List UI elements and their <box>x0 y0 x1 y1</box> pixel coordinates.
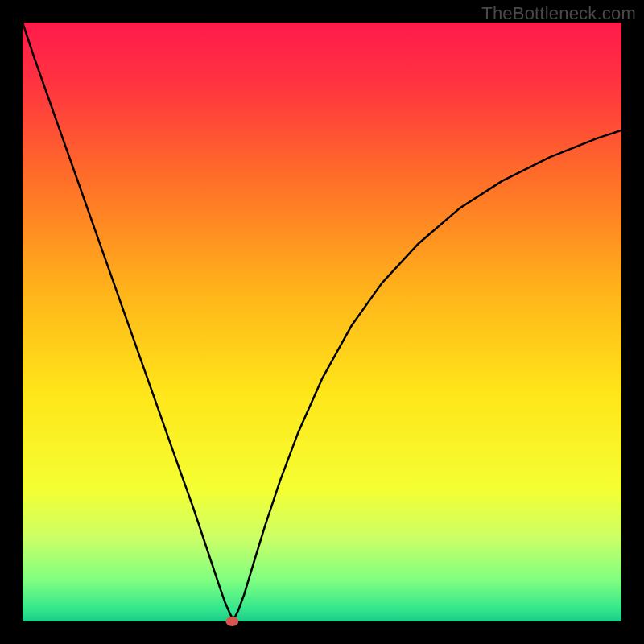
watermark-text: TheBottleneck.com <box>481 3 636 24</box>
bottleneck-chart <box>0 0 644 644</box>
plot-area <box>23 23 621 621</box>
chart-frame: TheBottleneck.com <box>0 0 644 644</box>
minimum-marker <box>225 617 238 626</box>
